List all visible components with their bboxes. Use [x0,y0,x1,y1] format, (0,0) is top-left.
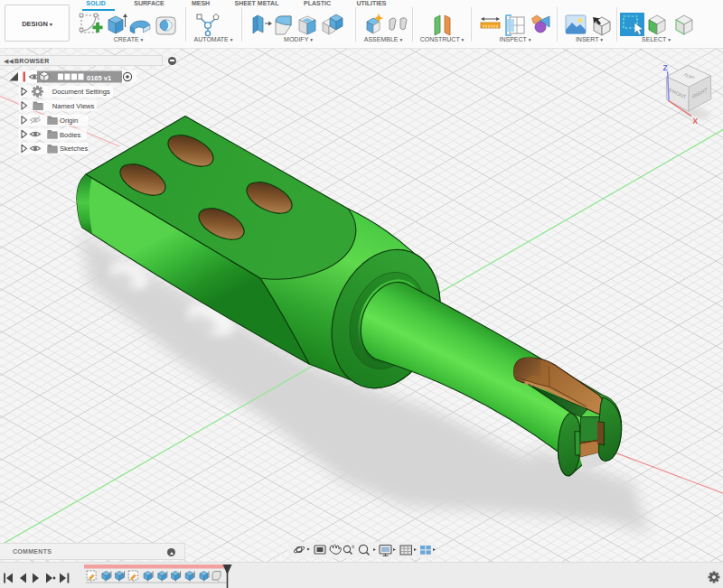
svg-text:Origin: Origin [60,117,78,125]
svg-text:±: ± [352,544,355,549]
svg-text:X: X [693,117,699,126]
svg-text:Z: Z [663,63,668,72]
svg-text:0165 v1: 0165 v1 [87,74,111,82]
svg-text:Document Settings: Document Settings [52,88,110,96]
svg-text:Sketches: Sketches [60,145,88,153]
svg-text:Named Views: Named Views [52,102,95,110]
svg-text:Bodies: Bodies [60,131,80,139]
